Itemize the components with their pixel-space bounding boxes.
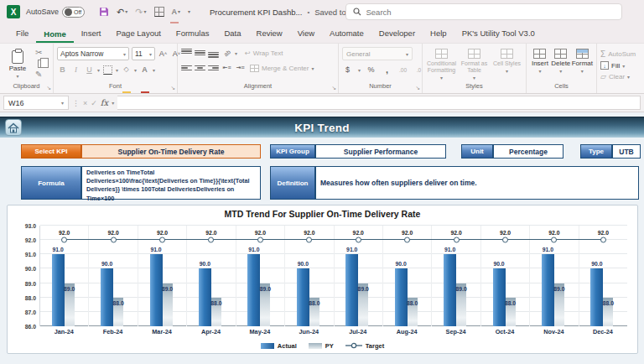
customize-toolbar-icon[interactable]: ▾ xyxy=(188,9,190,14)
fill-color-dropdown-icon[interactable]: ▾ xyxy=(134,67,137,73)
save-button[interactable] xyxy=(99,7,109,17)
select-kpi-value[interactable]: Supplier On-Time Delivery Rate xyxy=(81,144,261,159)
decrease-indent-button[interactable]: ⇤≡ xyxy=(221,62,232,74)
fill-button[interactable]: ↓Fill▾ xyxy=(600,61,636,70)
align-center-button[interactable] xyxy=(195,64,205,73)
search-input[interactable] xyxy=(366,8,615,17)
menu-tab-page-layout[interactable]: Page Layout xyxy=(108,24,168,43)
delete-cells-button[interactable]: Delete▾ xyxy=(551,47,571,82)
italic-button[interactable]: I xyxy=(70,64,81,75)
undo-button[interactable]: ↶▾ xyxy=(117,8,127,17)
worksheet[interactable]: KPI Trend Select KPI Supplier On-Time De… xyxy=(0,112,644,364)
fill-color-button[interactable]: ◇ xyxy=(121,64,132,75)
paste-button[interactable]: Paste ▾ xyxy=(3,47,32,82)
font-color-qat-dropdown: ▾ xyxy=(178,9,180,14)
actual-value-label: 91.0 xyxy=(46,247,70,252)
menu-tab-formulas[interactable]: Formulas xyxy=(169,24,217,43)
bold-button[interactable]: B xyxy=(57,64,68,75)
formula-input[interactable] xyxy=(117,96,641,110)
select-kpi-label: Select KPI xyxy=(21,144,81,159)
accounting-format-button[interactable]: $ xyxy=(342,64,353,75)
target-marker xyxy=(454,237,460,243)
actual-value-label: 91.0 xyxy=(242,247,266,252)
menu-tab-developer[interactable]: Developer xyxy=(371,24,423,43)
borders-dropdown-icon[interactable]: ▾ xyxy=(116,67,118,73)
font-size-select[interactable]: 11▾ xyxy=(132,47,155,60)
namebox-resize-handle[interactable]: ⋮ xyxy=(72,99,80,107)
autosave-control[interactable]: AutoSave Off xyxy=(26,7,85,18)
font-color-button[interactable]: A xyxy=(139,64,150,75)
increase-decimal-button[interactable]: .00 xyxy=(397,64,408,75)
align-middle-button[interactable] xyxy=(195,49,205,58)
menu-tab-data[interactable]: Data xyxy=(216,24,248,43)
orientation-button[interactable]: ab xyxy=(219,44,235,60)
autosum-button[interactable]: ΣAutoSum xyxy=(600,49,636,59)
format-cells-button[interactable]: Format▾ xyxy=(572,47,593,82)
comma-style-button[interactable]: , xyxy=(382,64,392,75)
conditional-formatting-button[interactable]: Conditional Formatting▾ xyxy=(426,47,457,82)
menu-tab-insert[interactable]: Insert xyxy=(74,24,109,43)
align-left-button[interactable] xyxy=(181,64,192,73)
kpi-group-value[interactable]: Supplier Performance xyxy=(315,144,446,159)
name-box[interactable]: W16▾ xyxy=(3,96,69,110)
font-color-qat-icon[interactable]: A▾ xyxy=(172,8,181,16)
font-name-select[interactable]: Aptos Narrow▾ xyxy=(57,47,129,60)
home-button[interactable] xyxy=(5,119,22,136)
font-group-label: Font xyxy=(54,82,177,93)
cut-button[interactable]: ✂ xyxy=(35,49,44,57)
font-dialog-launcher[interactable]: ↘ xyxy=(171,85,175,91)
type-value[interactable]: UTB xyxy=(612,144,641,159)
cell-styles-button[interactable]: Cell Styles▾ xyxy=(491,47,522,82)
alignment-dialog-launcher[interactable]: ↘ xyxy=(332,85,336,91)
paste-dropdown-icon[interactable]: ▾ xyxy=(16,73,18,79)
redo-button[interactable]: ↷▾ xyxy=(135,8,146,17)
underline-button[interactable]: U xyxy=(84,64,95,75)
formula-bar-chevron-icon[interactable]: ▾ xyxy=(112,100,114,106)
menu-tab-home[interactable]: Home xyxy=(36,25,73,44)
menu-tab-review[interactable]: Review xyxy=(249,24,290,43)
autosave-toggle[interactable]: Off xyxy=(62,7,85,18)
undo-dropdown-icon[interactable]: ▾ xyxy=(125,9,127,14)
clear-button[interactable]: ▱Clear▾ xyxy=(600,72,636,81)
cancel-icon[interactable]: × xyxy=(83,99,87,107)
py-value-label: 88.0 xyxy=(205,300,228,306)
font-color-dropdown-icon[interactable]: ▾ xyxy=(153,67,155,73)
format-as-table-button[interactable]: Format as Table▾ xyxy=(459,47,490,82)
menu-tab-help[interactable]: Help xyxy=(423,24,454,43)
percent-style-button[interactable]: % xyxy=(366,64,377,75)
align-bottom-button[interactable] xyxy=(208,49,219,58)
month-group-aug-24: 90.088.092.0 xyxy=(382,226,431,326)
legend-py-label: PY xyxy=(325,342,334,350)
menu-tab-pk-s-utility-tool-v3-0[interactable]: PK's Utility Tool V3.0 xyxy=(454,24,543,43)
menu-tab-automate[interactable]: Automate xyxy=(322,24,371,43)
align-right-button[interactable] xyxy=(208,64,219,73)
merge-center-button[interactable]: Merge & Center▾ xyxy=(250,65,314,72)
chart-plot: 86.087.088.089.090.091.092.093.091.089.0… xyxy=(39,226,627,326)
enter-icon[interactable]: ✓ xyxy=(91,99,97,107)
number-dialog-launcher[interactable]: ↘ xyxy=(416,85,420,91)
wrap-text-button[interactable]: ↩Wrap Text xyxy=(245,49,283,57)
menu-tab-view[interactable]: View xyxy=(290,24,322,43)
orientation-dropdown-icon[interactable]: ▾ xyxy=(235,50,237,56)
month-group-mar-24: 91.089.092.0 xyxy=(138,226,186,326)
borders-qat-icon[interactable] xyxy=(154,7,164,17)
kpi-trend-chart[interactable]: MTD Trend For Supplier On-Time Delivery … xyxy=(7,205,638,354)
definition-value[interactable]: Measures how often suppliers deliver on … xyxy=(315,166,639,200)
cell-styles-label: Cell Styles xyxy=(493,60,521,67)
insert-cells-button[interactable]: Insert▾ xyxy=(530,47,550,82)
borders-button[interactable] xyxy=(102,64,113,75)
formula-value[interactable]: Deliveries on TimeTotal Deliveries×100\f… xyxy=(81,166,261,200)
search-box[interactable] xyxy=(345,3,622,20)
format-painter-button[interactable]: ✎ xyxy=(35,70,44,79)
number-format-select[interactable]: General▾ xyxy=(342,47,413,60)
unit-value[interactable]: Percentage xyxy=(493,144,564,159)
menu-tab-file[interactable]: File xyxy=(8,24,36,43)
increase-indent-button[interactable]: ⇥≡ xyxy=(235,62,246,74)
underline-dropdown-icon[interactable]: ▾ xyxy=(97,67,100,73)
clipboard-dialog-launcher[interactable]: ↘ xyxy=(47,85,51,91)
x-axis-label: Nov-24 xyxy=(529,328,578,339)
insert-function-icon[interactable]: fx xyxy=(101,98,108,107)
copy-button[interactable] xyxy=(38,60,44,68)
align-top-button[interactable] xyxy=(181,49,192,58)
increase-font-button[interactable]: A˄ xyxy=(158,48,169,60)
